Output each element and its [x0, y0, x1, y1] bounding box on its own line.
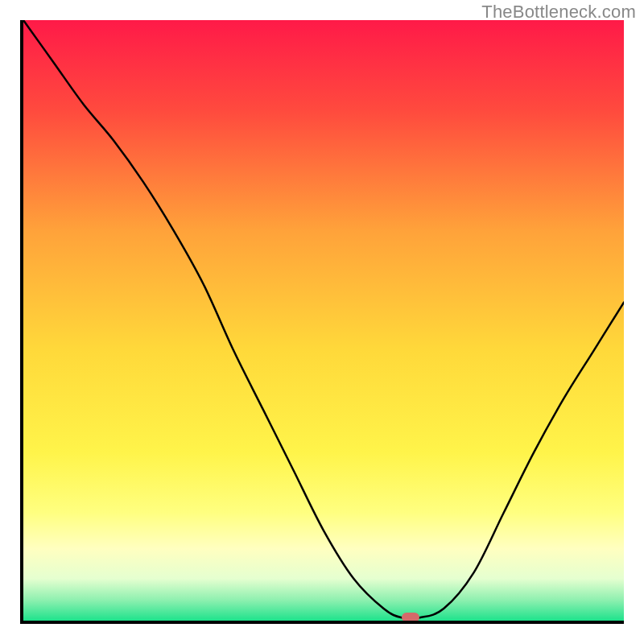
- watermark-text: TheBottleneck.com: [481, 2, 636, 23]
- x-axis-line: [20, 621, 624, 624]
- svg-rect-0: [23, 20, 624, 621]
- plot-area: [23, 20, 624, 621]
- chart-container: TheBottleneck.com: [0, 0, 644, 644]
- y-axis-line: [20, 20, 23, 624]
- gradient-background: [23, 20, 624, 621]
